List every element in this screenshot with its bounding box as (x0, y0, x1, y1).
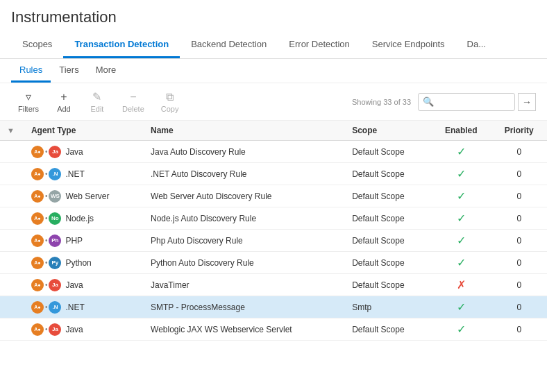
row-enabled: ✓ (431, 141, 491, 163)
table-row: A● • No Node.js Node.js Auto Discovery R… (0, 207, 547, 230)
row-agent-type: A● • Ja Java (24, 141, 144, 163)
row-scope: Default Scope (345, 230, 431, 252)
row-sort-icon (0, 318, 24, 341)
row-sort-icon (0, 230, 24, 252)
row-priority: 0 (491, 207, 548, 230)
table-header-row: ▼ Agent Type Name Scope Enabled Priority (0, 121, 547, 141)
filters-label: Filters (18, 105, 39, 113)
row-priority: 0 (491, 296, 548, 318)
toolbar: ▿ Filters + Add ✎ Edit − Delete ⧉ Copy S… (0, 83, 547, 121)
disabled-cross-icon: ✗ (457, 279, 466, 291)
edit-label: Edit (90, 105, 103, 113)
enabled-check-icon: ✓ (457, 168, 466, 180)
row-name: Java Auto Discovery Rule (144, 141, 345, 163)
row-scope: Default Scope (345, 207, 431, 230)
row-agent-type: A● • No Node.js (24, 207, 144, 230)
row-sort-icon (0, 274, 24, 296)
tab-backend-detection[interactable]: Backend Detection (180, 32, 278, 58)
tab-transaction-detection[interactable]: Transaction Detection (63, 32, 180, 58)
copy-label: Copy (161, 105, 179, 113)
showing-text: Showing 33 of 33 (352, 98, 411, 106)
add-button[interactable]: + Add (49, 88, 79, 116)
row-sort-icon (0, 185, 24, 207)
table-row: A● • WS Web Server Web Server Auto Disco… (0, 185, 547, 207)
copy-button[interactable]: ⧉ Copy (154, 88, 186, 116)
row-enabled: ✓ (431, 252, 491, 274)
row-priority: 0 (491, 318, 548, 341)
add-icon: + (60, 91, 67, 103)
tab-da[interactable]: Da... (456, 32, 497, 58)
row-agent-type: A● • Ja Java (24, 274, 144, 296)
sort-down-icon: ▼ (7, 126, 15, 135)
row-scope: Default Scope (345, 185, 431, 207)
row-sort-icon (0, 296, 24, 318)
row-agent-type: A● • WS Web Server (24, 185, 144, 207)
row-enabled: ✓ (431, 185, 491, 207)
row-name: Php Auto Discovery Rule (144, 230, 345, 252)
delete-icon: − (130, 91, 136, 103)
col-scope: Scope (345, 121, 431, 141)
col-priority: Priority (491, 121, 548, 141)
table-container: ▼ Agent Type Name Scope Enabled Priority… (0, 121, 547, 377)
subtab-more[interactable]: More (87, 59, 125, 83)
row-enabled: ✓ (431, 163, 491, 185)
edit-button[interactable]: ✎ Edit (82, 87, 112, 116)
row-agent-type: A● • Ph PHP (24, 230, 144, 252)
tab-scopes[interactable]: Scopes (11, 32, 63, 58)
row-sort-icon (0, 141, 24, 163)
enabled-check-icon: ✓ (457, 323, 466, 335)
row-agent-type: A● • Ja Java (24, 318, 144, 341)
row-sort-icon (0, 163, 24, 185)
col-name: Name (144, 121, 345, 141)
enabled-check-icon: ✓ (457, 146, 466, 157)
filters-button[interactable]: ▿ Filters (11, 87, 46, 116)
row-enabled: ✓ (431, 207, 491, 230)
table-row: A● • .N .NET .NET Auto Discovery Rule De… (0, 163, 547, 185)
row-priority: 0 (491, 163, 548, 185)
enabled-check-icon: ✓ (457, 212, 466, 224)
add-label: Add (57, 105, 71, 113)
enabled-check-icon: ✓ (457, 257, 466, 269)
row-enabled: ✗ (431, 274, 491, 296)
enabled-check-icon: ✓ (457, 190, 466, 202)
row-enabled: ✓ (431, 230, 491, 252)
search-input[interactable] (437, 97, 513, 107)
row-name: Python Auto Discovery Rule (144, 252, 345, 274)
row-scope: Default Scope (345, 141, 431, 163)
enabled-check-icon: ✓ (457, 301, 466, 313)
next-arrow-button[interactable]: → (518, 93, 536, 111)
col-agent-type: Agent Type (24, 121, 144, 141)
row-agent-type: A● • .N .NET (24, 296, 144, 318)
page-title: Instrumentation (0, 0, 547, 32)
row-priority: 0 (491, 185, 548, 207)
row-sort-icon (0, 252, 24, 274)
edit-icon: ✎ (92, 90, 101, 103)
row-scope: Smtp (345, 296, 431, 318)
row-name: .NET Auto Discovery Rule (144, 163, 345, 185)
tab-service-endpoints[interactable]: Service Endpoints (361, 32, 456, 58)
row-name: Weblogic JAX WS Webservice Servlet (144, 318, 345, 341)
row-scope: Default Scope (345, 163, 431, 185)
search-icon: 🔍 (423, 96, 434, 107)
row-name: JavaTimer (144, 274, 345, 296)
delete-label: Delete (122, 105, 144, 113)
row-enabled: ✓ (431, 296, 491, 318)
row-priority: 0 (491, 141, 548, 163)
subtab-rules[interactable]: Rules (11, 59, 51, 83)
table-row: A● • Ph PHP Php Auto Discovery Rule Defa… (0, 230, 547, 252)
table-row: A● • Ja Java JavaTimer Default Scope ✗ 0 (0, 274, 547, 296)
col-enabled: Enabled (431, 121, 491, 141)
main-tabs: Scopes Transaction Detection Backend Det… (0, 32, 547, 59)
row-priority: 0 (491, 252, 548, 274)
delete-button[interactable]: − Delete (115, 88, 151, 116)
subtab-tiers[interactable]: Tiers (51, 59, 87, 83)
row-name: Web Server Auto Discovery Rule (144, 185, 345, 207)
table-row: A● • Py Python Python Auto Discovery Rul… (0, 252, 547, 274)
row-scope: Default Scope (345, 274, 431, 296)
search-box[interactable]: 🔍 (418, 93, 515, 111)
copy-icon: ⧉ (166, 91, 174, 103)
enabled-check-icon: ✓ (457, 235, 466, 246)
tab-error-detection[interactable]: Error Detection (278, 32, 360, 58)
row-priority: 0 (491, 274, 548, 296)
row-name: Node.js Auto Discovery Rule (144, 207, 345, 230)
